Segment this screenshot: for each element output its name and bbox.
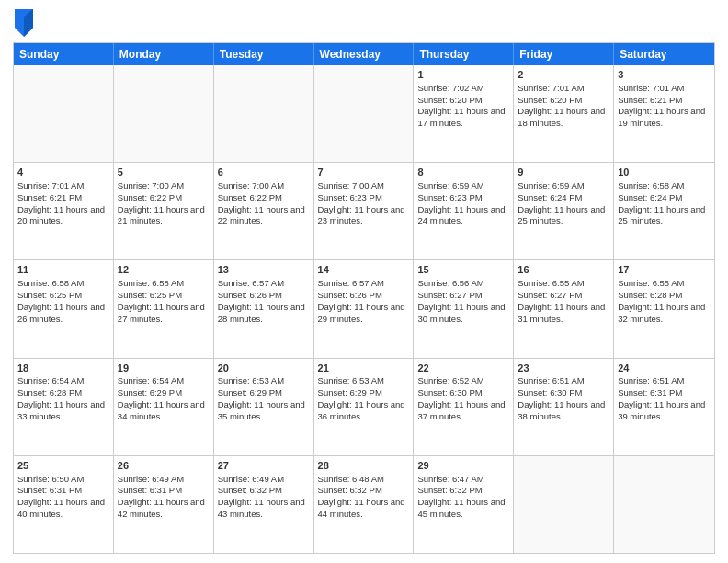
day-info: Sunrise: 6:54 AM Sunset: 6:28 PM Dayligh… xyxy=(17,375,108,420)
day-info: Sunrise: 6:50 AM Sunset: 6:31 PM Dayligh… xyxy=(17,474,108,519)
day-info: Sunrise: 7:00 AM Sunset: 6:22 PM Dayligh… xyxy=(118,180,208,225)
calendar-row: 11Sunrise: 6:58 AM Sunset: 6:25 PM Dayli… xyxy=(14,259,714,357)
calendar-cell xyxy=(14,65,114,162)
calendar-cell: 29Sunrise: 6:47 AM Sunset: 6:32 PM Dayli… xyxy=(414,456,514,553)
day-number: 5 xyxy=(118,166,210,179)
calendar-cell: 23Sunrise: 6:51 AM Sunset: 6:30 PM Dayli… xyxy=(514,359,614,455)
day-number: 28 xyxy=(318,459,410,473)
calendar-cell xyxy=(214,65,314,162)
day-number: 22 xyxy=(417,362,509,375)
day-info: Sunrise: 6:52 AM Sunset: 6:30 PM Dayligh… xyxy=(417,375,507,420)
calendar-cell: 21Sunrise: 6:53 AM Sunset: 6:29 PM Dayli… xyxy=(314,359,415,455)
calendar-cell: 19Sunrise: 6:54 AM Sunset: 6:29 PM Dayli… xyxy=(114,359,214,455)
day-header-tuesday: Tuesday xyxy=(214,43,314,65)
calendar-cell: 28Sunrise: 6:48 AM Sunset: 6:32 PM Dayli… xyxy=(314,456,415,553)
day-number: 10 xyxy=(618,166,711,179)
calendar-cell xyxy=(114,65,214,162)
day-number: 23 xyxy=(518,362,609,375)
calendar-cell: 9Sunrise: 6:59 AM Sunset: 6:24 PM Daylig… xyxy=(514,163,614,259)
day-info: Sunrise: 6:58 AM Sunset: 6:24 PM Dayligh… xyxy=(618,180,708,225)
day-info: Sunrise: 7:01 AM Sunset: 6:21 PM Dayligh… xyxy=(618,83,708,128)
day-info: Sunrise: 6:51 AM Sunset: 6:31 PM Dayligh… xyxy=(618,375,708,420)
day-number: 14 xyxy=(318,263,410,277)
day-info: Sunrise: 7:01 AM Sunset: 6:21 PM Dayligh… xyxy=(17,180,108,225)
day-info: Sunrise: 6:49 AM Sunset: 6:32 PM Dayligh… xyxy=(218,474,308,519)
day-info: Sunrise: 7:02 AM Sunset: 6:20 PM Dayligh… xyxy=(417,83,507,128)
calendar-cell: 26Sunrise: 6:49 AM Sunset: 6:31 PM Dayli… xyxy=(114,456,214,553)
calendar-cell: 20Sunrise: 6:53 AM Sunset: 6:29 PM Dayli… xyxy=(214,359,314,455)
day-number: 12 xyxy=(118,263,210,277)
day-info: Sunrise: 6:55 AM Sunset: 6:28 PM Dayligh… xyxy=(618,278,708,323)
day-number: 3 xyxy=(618,68,711,82)
calendar-cell: 4Sunrise: 7:01 AM Sunset: 6:21 PM Daylig… xyxy=(14,163,114,259)
day-number: 24 xyxy=(618,362,711,375)
calendar-cell: 25Sunrise: 6:50 AM Sunset: 6:31 PM Dayli… xyxy=(14,456,114,553)
day-number: 21 xyxy=(318,362,410,375)
day-header-thursday: Thursday xyxy=(414,43,514,65)
day-number: 16 xyxy=(518,263,609,277)
calendar-cell: 22Sunrise: 6:52 AM Sunset: 6:30 PM Dayli… xyxy=(414,359,514,455)
calendar-cell: 8Sunrise: 6:59 AM Sunset: 6:23 PM Daylig… xyxy=(414,163,514,259)
day-info: Sunrise: 6:55 AM Sunset: 6:27 PM Dayligh… xyxy=(518,278,608,323)
day-info: Sunrise: 6:59 AM Sunset: 6:24 PM Dayligh… xyxy=(518,180,608,225)
calendar-cell: 11Sunrise: 6:58 AM Sunset: 6:25 PM Dayli… xyxy=(14,260,114,357)
day-info: Sunrise: 6:58 AM Sunset: 6:25 PM Dayligh… xyxy=(17,278,108,323)
day-info: Sunrise: 7:00 AM Sunset: 6:22 PM Dayligh… xyxy=(218,180,308,225)
calendar-cell xyxy=(614,456,714,553)
day-info: Sunrise: 6:49 AM Sunset: 6:31 PM Dayligh… xyxy=(118,474,208,519)
day-number: 15 xyxy=(417,263,509,277)
calendar-cell: 5Sunrise: 7:00 AM Sunset: 6:22 PM Daylig… xyxy=(114,163,214,259)
day-info: Sunrise: 6:56 AM Sunset: 6:27 PM Dayligh… xyxy=(417,278,507,323)
day-info: Sunrise: 6:48 AM Sunset: 6:32 PM Dayligh… xyxy=(318,474,408,519)
calendar-cell: 17Sunrise: 6:55 AM Sunset: 6:28 PM Dayli… xyxy=(614,260,714,357)
calendar-header: SundayMondayTuesdayWednesdayThursdayFrid… xyxy=(14,43,714,65)
day-number: 9 xyxy=(518,166,609,179)
day-info: Sunrise: 6:58 AM Sunset: 6:25 PM Dayligh… xyxy=(118,278,208,323)
day-info: Sunrise: 6:54 AM Sunset: 6:29 PM Dayligh… xyxy=(118,375,208,420)
day-number: 13 xyxy=(218,263,310,277)
day-number: 26 xyxy=(118,459,210,473)
calendar-cell: 16Sunrise: 6:55 AM Sunset: 6:27 PM Dayli… xyxy=(514,260,614,357)
calendar-row: 25Sunrise: 6:50 AM Sunset: 6:31 PM Dayli… xyxy=(14,455,714,553)
day-number: 2 xyxy=(518,68,609,82)
day-info: Sunrise: 7:00 AM Sunset: 6:23 PM Dayligh… xyxy=(318,180,408,225)
day-info: Sunrise: 6:53 AM Sunset: 6:29 PM Dayligh… xyxy=(318,375,408,420)
calendar-cell: 27Sunrise: 6:49 AM Sunset: 6:32 PM Dayli… xyxy=(214,456,314,553)
day-number: 8 xyxy=(417,166,509,179)
day-number: 20 xyxy=(218,362,310,375)
day-info: Sunrise: 6:53 AM Sunset: 6:29 PM Dayligh… xyxy=(218,375,308,420)
day-number: 4 xyxy=(17,166,109,179)
day-number: 29 xyxy=(417,459,509,473)
calendar-cell xyxy=(514,456,614,553)
day-header-wednesday: Wednesday xyxy=(314,43,415,65)
calendar-row: 4Sunrise: 7:01 AM Sunset: 6:21 PM Daylig… xyxy=(14,162,714,259)
calendar-row: 1Sunrise: 7:02 AM Sunset: 6:20 PM Daylig… xyxy=(14,65,714,162)
logo-icon xyxy=(15,9,33,37)
calendar-cell: 7Sunrise: 7:00 AM Sunset: 6:23 PM Daylig… xyxy=(314,163,415,259)
day-number: 25 xyxy=(17,459,109,473)
calendar-body: 1Sunrise: 7:02 AM Sunset: 6:20 PM Daylig… xyxy=(14,65,714,553)
header xyxy=(13,9,715,37)
calendar-cell: 13Sunrise: 6:57 AM Sunset: 6:26 PM Dayli… xyxy=(214,260,314,357)
day-number: 11 xyxy=(17,263,109,277)
day-header-friday: Friday xyxy=(514,43,614,65)
calendar-cell: 18Sunrise: 6:54 AM Sunset: 6:28 PM Dayli… xyxy=(14,359,114,455)
calendar-cell: 15Sunrise: 6:56 AM Sunset: 6:27 PM Dayli… xyxy=(414,260,514,357)
day-info: Sunrise: 6:59 AM Sunset: 6:23 PM Dayligh… xyxy=(417,180,507,225)
calendar-cell: 10Sunrise: 6:58 AM Sunset: 6:24 PM Dayli… xyxy=(614,163,714,259)
calendar-row: 18Sunrise: 6:54 AM Sunset: 6:28 PM Dayli… xyxy=(14,358,714,455)
day-info: Sunrise: 6:57 AM Sunset: 6:26 PM Dayligh… xyxy=(318,278,408,323)
calendar: SundayMondayTuesdayWednesdayThursdayFrid… xyxy=(13,42,715,554)
day-header-sunday: Sunday xyxy=(14,43,114,65)
day-number: 18 xyxy=(17,362,109,375)
calendar-cell: 3Sunrise: 7:01 AM Sunset: 6:21 PM Daylig… xyxy=(614,65,714,162)
day-number: 6 xyxy=(218,166,310,179)
calendar-cell xyxy=(314,65,415,162)
calendar-cell: 14Sunrise: 6:57 AM Sunset: 6:26 PM Dayli… xyxy=(314,260,415,357)
page: SundayMondayTuesdayWednesdayThursdayFrid… xyxy=(0,0,728,563)
calendar-cell: 6Sunrise: 7:00 AM Sunset: 6:22 PM Daylig… xyxy=(214,163,314,259)
day-info: Sunrise: 7:01 AM Sunset: 6:20 PM Dayligh… xyxy=(518,83,608,128)
day-info: Sunrise: 6:47 AM Sunset: 6:32 PM Dayligh… xyxy=(417,474,507,519)
calendar-cell: 24Sunrise: 6:51 AM Sunset: 6:31 PM Dayli… xyxy=(614,359,714,455)
calendar-cell: 2Sunrise: 7:01 AM Sunset: 6:20 PM Daylig… xyxy=(514,65,614,162)
